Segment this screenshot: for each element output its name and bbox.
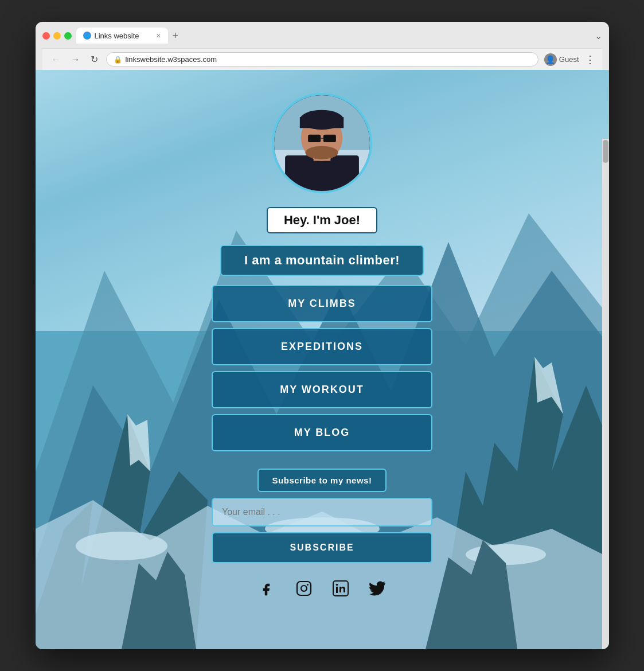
back-btn[interactable]: ← <box>49 53 63 66</box>
tab-menu-btn[interactable]: ⌄ <box>595 30 602 41</box>
email-input[interactable] <box>212 498 432 526</box>
my-blog-btn[interactable]: MY BLOG <box>212 414 432 451</box>
svg-point-26 <box>307 584 309 586</box>
active-tab[interactable]: 🌐 Links website × <box>76 28 168 44</box>
traffic-lights <box>42 32 72 40</box>
my-workout-btn[interactable]: MY WORKOUT <box>212 371 432 408</box>
close-window-btn[interactable] <box>42 32 50 40</box>
instagram-icon[interactable] <box>292 577 315 600</box>
subtitle-box: I am a mountain climber! <box>220 245 424 276</box>
twitter-icon[interactable] <box>366 577 389 600</box>
user-label: Guest <box>559 55 579 64</box>
website-content: Hey. I'm Joe! I am a mountain climber! M… <box>36 70 609 649</box>
linkedin-icon[interactable] <box>329 577 352 600</box>
svg-rect-18 <box>300 117 344 128</box>
page-content: Hey. I'm Joe! I am a mountain climber! M… <box>36 70 609 600</box>
address-bar: ← → ↻ 🔒 linkswebsite.w3spaces.com 👤 Gues… <box>42 48 602 70</box>
subscribe-btn[interactable]: SUBSCRIBE <box>212 532 432 563</box>
browser-window: 🌐 Links website × + ⌄ ← → ↻ 🔒 linkswebsi… <box>36 22 609 649</box>
social-row <box>256 577 389 600</box>
svg-rect-28 <box>336 587 338 593</box>
tab-close-btn[interactable]: × <box>156 31 161 40</box>
url-text: linkswebsite.w3spaces.com <box>126 55 217 64</box>
expeditions-btn[interactable]: EXPEDITIONS <box>212 328 432 365</box>
subscribe-section: Subscribe to my news! SUBSCRIBE <box>212 469 432 563</box>
lock-icon: 🔒 <box>114 56 122 64</box>
title-bar: 🌐 Links website × + ⌄ <box>42 28 602 44</box>
maximize-window-btn[interactable] <box>64 32 72 40</box>
new-tab-btn[interactable]: + <box>170 30 181 42</box>
tab-favicon: 🌐 <box>83 32 91 40</box>
svg-rect-19 <box>308 135 321 142</box>
svg-point-29 <box>335 584 338 586</box>
facebook-icon[interactable] <box>256 577 279 600</box>
minimize-window-btn[interactable] <box>53 32 61 40</box>
subtitle-text: I am a mountain climber! <box>244 253 400 267</box>
svg-point-22 <box>305 146 338 159</box>
refresh-btn[interactable]: ↻ <box>88 53 100 66</box>
url-bar[interactable]: 🔒 linkswebsite.w3spaces.com <box>106 52 538 67</box>
name-tag: Hey. I'm Joe! <box>267 207 377 233</box>
forward-btn[interactable]: → <box>69 53 83 66</box>
name-text: Hey. I'm Joe! <box>284 213 360 227</box>
user-avatar-icon[interactable]: 👤 <box>544 53 557 66</box>
svg-point-25 <box>301 586 307 591</box>
tab-bar: 🌐 Links website × + ⌄ <box>76 28 602 44</box>
avatar <box>272 93 372 193</box>
avatar-image <box>274 95 370 191</box>
tab-title: Links website <box>95 32 139 40</box>
user-area: 👤 Guest <box>544 53 579 66</box>
svg-rect-20 <box>323 135 336 142</box>
subscribe-title-btn[interactable]: Subscribe to my news! <box>257 469 387 492</box>
my-climbs-btn[interactable]: MY CLIMBS <box>212 285 432 322</box>
svg-rect-24 <box>297 582 311 595</box>
browser-chrome: 🌐 Links website × + ⌄ ← → ↻ 🔒 linkswebsi… <box>36 22 609 70</box>
browser-menu-btn[interactable]: ⋮ <box>585 53 595 66</box>
